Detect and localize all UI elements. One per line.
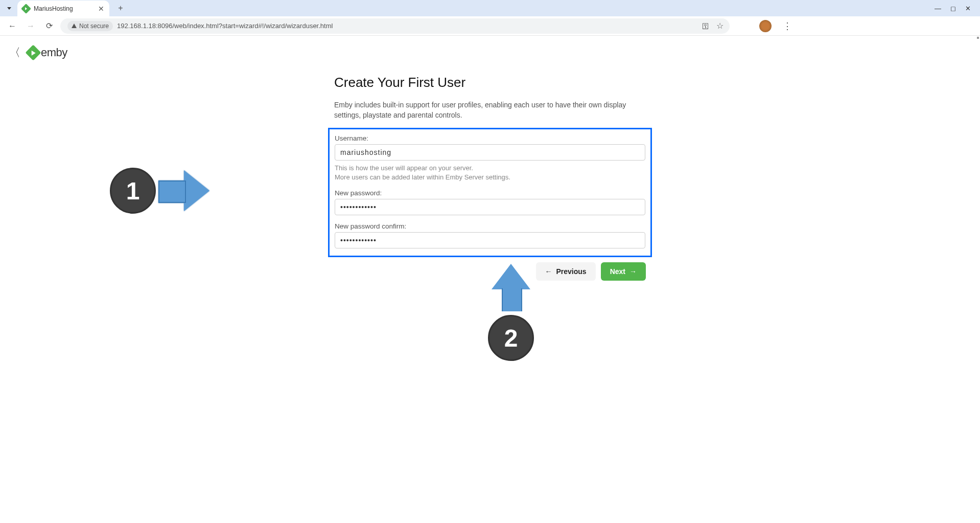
security-label: Not secure bbox=[79, 22, 109, 30]
password-label: New password: bbox=[335, 189, 645, 197]
next-button[interactable]: Next → bbox=[601, 262, 646, 281]
previous-button[interactable]: ← Previous bbox=[536, 262, 596, 281]
tab-favicon-icon bbox=[21, 4, 31, 14]
profile-avatar[interactable] bbox=[759, 20, 772, 32]
scroll-indicator-icon bbox=[977, 37, 979, 40]
tab-close-icon[interactable]: ✕ bbox=[98, 5, 104, 13]
wizard-intro-text: Emby includes built-in support for user … bbox=[334, 100, 646, 121]
form-highlight-box: Username: This is how the user will appe… bbox=[328, 128, 652, 257]
previous-button-label: Previous bbox=[556, 267, 587, 276]
annotation-badge-1: 1 bbox=[110, 168, 156, 214]
page-title: Create Your First User bbox=[334, 75, 646, 90]
reload-button[interactable]: ⟳ bbox=[42, 19, 56, 33]
password-key-icon[interactable]: ⚿ bbox=[702, 22, 709, 30]
back-button[interactable]: ← bbox=[5, 19, 19, 33]
password-confirm-label: New password confirm: bbox=[335, 222, 645, 230]
emby-logo[interactable]: emby bbox=[28, 46, 67, 59]
arrow-left-icon: ← bbox=[545, 267, 552, 276]
wizard-container: Create Your First User Emby includes bui… bbox=[324, 75, 656, 281]
warning-icon bbox=[72, 24, 77, 28]
minimize-icon[interactable]: — bbox=[935, 5, 941, 12]
annotation-step-2: 2 bbox=[488, 264, 534, 361]
new-tab-button[interactable]: + bbox=[114, 2, 127, 14]
window-controls: — ◻ ✕ bbox=[935, 5, 976, 12]
annotation-badge-2: 2 bbox=[488, 315, 534, 361]
app-header: 〈 emby bbox=[0, 36, 980, 70]
username-label: Username: bbox=[335, 134, 645, 142]
username-group: Username: This is how the user will appe… bbox=[335, 134, 645, 182]
username-input[interactable] bbox=[335, 144, 645, 161]
emby-brand-text: emby bbox=[41, 46, 67, 59]
username-hint: This is how the user will appear on your… bbox=[335, 164, 645, 182]
tabs-dropdown-icon[interactable] bbox=[4, 3, 14, 13]
browser-toolbar: ← → ⟳ Not secure 192.168.1.18:8096/web/i… bbox=[0, 16, 980, 36]
forward-button[interactable]: → bbox=[24, 19, 38, 33]
tab-title: MariusHosting bbox=[34, 5, 94, 12]
annotation-arrow-1-icon bbox=[156, 170, 209, 211]
close-window-icon[interactable]: ✕ bbox=[965, 5, 971, 12]
address-bar[interactable]: Not secure 192.168.1.18:8096/web/index.h… bbox=[60, 18, 730, 34]
arrow-right-icon: → bbox=[629, 267, 637, 276]
maximize-icon[interactable]: ◻ bbox=[950, 5, 956, 12]
back-chevron-icon[interactable]: 〈 bbox=[9, 45, 20, 60]
page-content: 〈 emby Create Your First User Emby inclu… bbox=[0, 36, 980, 523]
bookmark-star-icon[interactable]: ☆ bbox=[716, 21, 724, 31]
username-hint-line2: More users can be added later within Emb… bbox=[335, 173, 645, 182]
password-group: New password: bbox=[335, 189, 645, 215]
password-input[interactable] bbox=[335, 199, 645, 215]
password-confirm-input[interactable] bbox=[335, 232, 645, 248]
password-confirm-group: New password confirm: bbox=[335, 222, 645, 248]
browser-tab[interactable]: MariusHosting ✕ bbox=[17, 1, 109, 17]
annotation-step-1: 1 bbox=[110, 168, 209, 214]
annotation-arrow-2-icon bbox=[492, 264, 530, 289]
browser-menu-icon[interactable]: ⋮ bbox=[783, 20, 792, 32]
next-button-label: Next bbox=[610, 267, 625, 276]
browser-tab-bar: MariusHosting ✕ + — ◻ ✕ bbox=[0, 0, 980, 16]
emby-mark-icon bbox=[25, 44, 41, 60]
username-hint-line1: This is how the user will appear on your… bbox=[335, 164, 645, 173]
security-indicator[interactable]: Not secure bbox=[67, 21, 113, 31]
url-text: 192.168.1.18:8096/web/index.html?start=w… bbox=[117, 22, 333, 30]
